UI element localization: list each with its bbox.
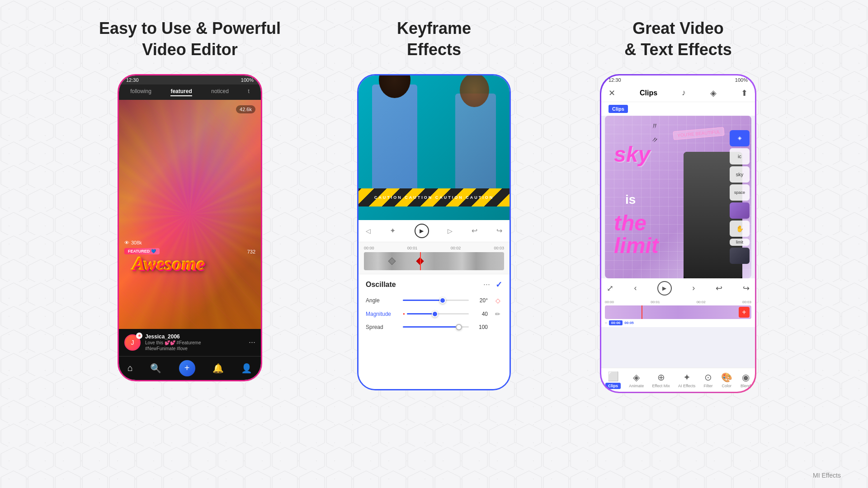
views-count: 👁 308k xyxy=(124,240,142,245)
phone3-timeline: 00:0000:0100:0200:03 + ○ 00:00 00:05 xyxy=(601,298,755,327)
phone1-status-bar: 12:30 100% xyxy=(119,75,261,84)
clips-label[interactable]: Clips xyxy=(609,105,628,113)
featured-badge: FEATURED 💙 xyxy=(124,248,160,254)
p3-next[interactable]: › xyxy=(692,283,695,293)
side-panel-ic[interactable]: ic xyxy=(730,148,750,164)
magnitude-action[interactable]: ✏ xyxy=(493,310,502,318)
ctrl-redo-btn[interactable]: ↪ xyxy=(496,226,502,235)
tool-effect-mix[interactable]: ⊕ Effect Mix xyxy=(652,372,670,388)
side-panel-sky[interactable]: sky xyxy=(730,166,750,183)
toolbar-music[interactable]: ♪ xyxy=(682,88,686,98)
nav-bell[interactable]: 🔔 xyxy=(212,363,224,374)
effect-actions: ··· ✓ xyxy=(483,280,502,290)
tool-filter[interactable]: ⊙ Filter xyxy=(704,372,713,388)
tool-color[interactable]: 🎨 Color xyxy=(721,372,732,388)
timeline-track[interactable] xyxy=(364,252,504,270)
play-button[interactable]: ▶ xyxy=(415,224,429,238)
p3-play[interactable]: ▶ xyxy=(657,281,672,296)
text-sky[interactable]: sky xyxy=(614,143,650,167)
side-panel-btn-active[interactable]: ◈ xyxy=(730,130,750,146)
caution-tape: CAUTION CAUTION CAUTION CAUTION xyxy=(359,188,509,206)
phone-mockup-3: 12:30 100% ✕ Clips ♪ ◈ ⬆ Clips xyxy=(601,75,755,392)
tool-animate[interactable]: ◈ Animate xyxy=(629,372,644,388)
col2-title: Keyframe Effects xyxy=(397,18,471,61)
filter-label: Filter xyxy=(704,384,713,388)
p3-undo[interactable]: ↩ xyxy=(716,283,722,293)
text-the[interactable]: the xyxy=(614,211,646,235)
p3-ruler: 00:0000:0100:0200:03 xyxy=(605,300,751,304)
effect-name: Oscillate xyxy=(366,281,396,289)
effect-more-btn[interactable]: ··· xyxy=(483,280,490,289)
column-3: Great Video & Text Effects 12:30 100% ✕ … xyxy=(570,18,787,393)
phone2-video: CAUTION CAUTION CAUTION CAUTION xyxy=(359,75,509,220)
side-panel-limit[interactable]: limit xyxy=(730,239,750,246)
bottom-nav-1: ⌂ 🔍 + 🔔 👤 xyxy=(119,356,261,380)
p3-redo[interactable]: ↪ xyxy=(743,283,750,293)
filter-icon: ⊙ xyxy=(704,372,712,383)
angle-value: 20° xyxy=(474,297,488,304)
ai-effects-label: AI Effects xyxy=(678,384,695,388)
text-limit[interactable]: limit xyxy=(614,233,659,258)
side-panel-hands[interactable]: ✋ xyxy=(730,221,750,237)
playhead xyxy=(420,252,421,270)
p3-prev[interactable]: ‹ xyxy=(634,283,637,293)
p3-expand[interactable]: ⤢ xyxy=(607,283,613,293)
toolbar-layers[interactable]: ◈ xyxy=(710,88,717,98)
status-battery-1: 100% xyxy=(241,77,254,83)
spread-value: 100 xyxy=(474,324,488,330)
status-battery-3: 100% xyxy=(735,77,748,83)
main-container: Easy to Use & Powerful Video Editor 12:3… xyxy=(0,0,868,488)
spread-thumb xyxy=(456,324,462,330)
nav-profile[interactable]: 👤 xyxy=(241,363,252,374)
clips-icon: ⬜ xyxy=(608,371,619,382)
tool-clips[interactable]: ⬜ Clips xyxy=(605,371,621,389)
angle-action[interactable]: ◇ xyxy=(493,297,502,304)
tab-featured[interactable]: featured xyxy=(170,88,192,96)
ctrl-forward-btn[interactable]: ▷ xyxy=(448,227,453,235)
username: Jessica_2006 xyxy=(145,333,244,340)
effect-confirm-btn[interactable]: ✓ xyxy=(495,280,502,290)
angle-slider[interactable] xyxy=(403,300,469,301)
nav-add[interactable]: + xyxy=(179,360,195,376)
param-label-angle: Angle xyxy=(366,297,397,304)
toolbar-title: Clips xyxy=(640,89,657,97)
timeline-ruler: 00:00 00:01 00:02 00:03 xyxy=(364,246,504,250)
like-count: 732 xyxy=(247,249,255,254)
p3-track[interactable]: + xyxy=(605,305,751,319)
angle-fill xyxy=(403,300,443,301)
user-caption: Love this 💕💕 #Featureme #NewFunimate #lo… xyxy=(145,340,244,352)
side-panel-space[interactable]: space xyxy=(730,184,750,201)
nav-search[interactable]: 🔍 xyxy=(150,363,161,374)
video-canvas: sky is the limit YOU'RE BEAUTIFUL 〃 xyxy=(605,116,751,278)
tab-noticed[interactable]: noticed xyxy=(211,88,229,96)
status-time-1: 12:30 xyxy=(126,77,139,83)
awesome-text: Awesome xyxy=(132,253,205,275)
ctrl-back-btn[interactable]: ◁ xyxy=(366,227,371,235)
toolbar-close[interactable]: ✕ xyxy=(609,88,615,98)
column-1: Easy to Use & Powerful Video Editor 12:3… xyxy=(81,18,298,381)
p3-add-clip[interactable]: + xyxy=(739,307,750,318)
col1-title: Easy to Use & Powerful Video Editor xyxy=(99,18,281,61)
side-panel-thumb2[interactable] xyxy=(730,248,750,264)
phone3-bottom-nav: ⬜ Clips ◈ Animate ⊕ Effect Mix ✦ xyxy=(601,368,755,392)
magnitude-slider[interactable] xyxy=(407,313,469,314)
ctrl-sparkle-btn[interactable]: ✦ xyxy=(390,226,396,235)
ctrl-undo-btn[interactable]: ↩ xyxy=(472,226,477,235)
side-panel-thumb1[interactable] xyxy=(730,202,750,219)
toolbar-share[interactable]: ⬆ xyxy=(741,88,748,98)
tool-blend[interactable]: ◉ Blend xyxy=(741,372,751,388)
text-is[interactable]: is xyxy=(625,192,636,207)
phone2-content: CAUTION CAUTION CAUTION CAUTION ◁ ✦ ▶ ▷ … xyxy=(359,75,509,389)
status-time-3: 12:30 xyxy=(609,77,621,83)
param-label-spread: Spread xyxy=(366,324,397,330)
effect-header: Oscillate ··· ✓ xyxy=(366,280,502,290)
tab-more[interactable]: t xyxy=(248,88,249,96)
animate-label: Animate xyxy=(629,384,644,388)
tool-ai-effects[interactable]: ✦ AI Effects xyxy=(678,372,695,388)
clips-tab-label: Clips xyxy=(605,383,621,389)
tab-following[interactable]: following xyxy=(130,88,151,96)
nav-home[interactable]: ⌂ xyxy=(127,363,133,373)
col3-title: Great Video & Text Effects xyxy=(624,18,731,61)
spread-slider[interactable] xyxy=(403,326,469,328)
more-button[interactable]: ··· xyxy=(249,338,255,347)
